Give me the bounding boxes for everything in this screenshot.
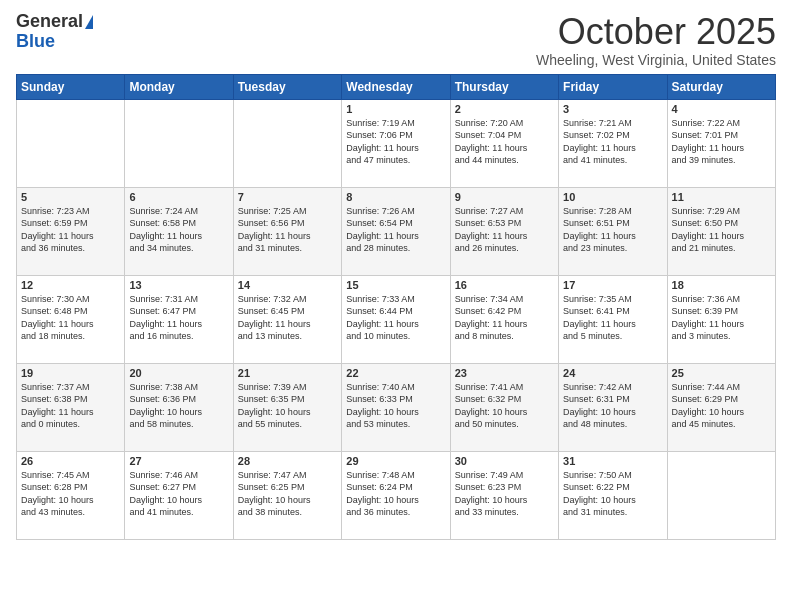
day-detail: Sunrise: 7:41 AM Sunset: 6:32 PM Dayligh… <box>455 381 554 431</box>
day-cell: 29Sunrise: 7:48 AM Sunset: 6:24 PM Dayli… <box>342 451 450 539</box>
day-cell: 3Sunrise: 7:21 AM Sunset: 7:02 PM Daylig… <box>559 99 667 187</box>
col-header-wednesday: Wednesday <box>342 74 450 99</box>
day-detail: Sunrise: 7:37 AM Sunset: 6:38 PM Dayligh… <box>21 381 120 431</box>
day-detail: Sunrise: 7:20 AM Sunset: 7:04 PM Dayligh… <box>455 117 554 167</box>
day-detail: Sunrise: 7:50 AM Sunset: 6:22 PM Dayligh… <box>563 469 662 519</box>
logo-blue: Blue <box>16 32 55 52</box>
day-cell: 30Sunrise: 7:49 AM Sunset: 6:23 PM Dayli… <box>450 451 558 539</box>
calendar: SundayMondayTuesdayWednesdayThursdayFrid… <box>16 74 776 540</box>
day-detail: Sunrise: 7:32 AM Sunset: 6:45 PM Dayligh… <box>238 293 337 343</box>
day-number: 23 <box>455 367 554 379</box>
day-number: 11 <box>672 191 771 203</box>
day-detail: Sunrise: 7:46 AM Sunset: 6:27 PM Dayligh… <box>129 469 228 519</box>
calendar-header-row: SundayMondayTuesdayWednesdayThursdayFrid… <box>17 74 776 99</box>
logo-general: General <box>16 12 83 32</box>
header: General Blue October 2025 Wheeling, West… <box>16 12 776 68</box>
day-detail: Sunrise: 7:49 AM Sunset: 6:23 PM Dayligh… <box>455 469 554 519</box>
day-detail: Sunrise: 7:26 AM Sunset: 6:54 PM Dayligh… <box>346 205 445 255</box>
day-cell: 12Sunrise: 7:30 AM Sunset: 6:48 PM Dayli… <box>17 275 125 363</box>
day-detail: Sunrise: 7:42 AM Sunset: 6:31 PM Dayligh… <box>563 381 662 431</box>
day-number: 18 <box>672 279 771 291</box>
day-detail: Sunrise: 7:23 AM Sunset: 6:59 PM Dayligh… <box>21 205 120 255</box>
day-number: 29 <box>346 455 445 467</box>
day-number: 15 <box>346 279 445 291</box>
day-cell: 14Sunrise: 7:32 AM Sunset: 6:45 PM Dayli… <box>233 275 341 363</box>
day-number: 6 <box>129 191 228 203</box>
col-header-saturday: Saturday <box>667 74 775 99</box>
day-cell: 13Sunrise: 7:31 AM Sunset: 6:47 PM Dayli… <box>125 275 233 363</box>
col-header-friday: Friday <box>559 74 667 99</box>
day-cell: 1Sunrise: 7:19 AM Sunset: 7:06 PM Daylig… <box>342 99 450 187</box>
month-title: October 2025 <box>536 12 776 52</box>
day-cell: 15Sunrise: 7:33 AM Sunset: 6:44 PM Dayli… <box>342 275 450 363</box>
day-detail: Sunrise: 7:47 AM Sunset: 6:25 PM Dayligh… <box>238 469 337 519</box>
day-cell <box>667 451 775 539</box>
day-detail: Sunrise: 7:29 AM Sunset: 6:50 PM Dayligh… <box>672 205 771 255</box>
day-cell: 4Sunrise: 7:22 AM Sunset: 7:01 PM Daylig… <box>667 99 775 187</box>
logo: General Blue <box>16 12 93 52</box>
day-number: 1 <box>346 103 445 115</box>
day-cell: 7Sunrise: 7:25 AM Sunset: 6:56 PM Daylig… <box>233 187 341 275</box>
day-detail: Sunrise: 7:40 AM Sunset: 6:33 PM Dayligh… <box>346 381 445 431</box>
day-detail: Sunrise: 7:36 AM Sunset: 6:39 PM Dayligh… <box>672 293 771 343</box>
day-number: 12 <box>21 279 120 291</box>
day-number: 13 <box>129 279 228 291</box>
day-cell: 31Sunrise: 7:50 AM Sunset: 6:22 PM Dayli… <box>559 451 667 539</box>
day-cell: 25Sunrise: 7:44 AM Sunset: 6:29 PM Dayli… <box>667 363 775 451</box>
day-number: 5 <box>21 191 120 203</box>
day-cell: 2Sunrise: 7:20 AM Sunset: 7:04 PM Daylig… <box>450 99 558 187</box>
day-detail: Sunrise: 7:31 AM Sunset: 6:47 PM Dayligh… <box>129 293 228 343</box>
day-cell <box>233 99 341 187</box>
day-number: 10 <box>563 191 662 203</box>
week-row-3: 12Sunrise: 7:30 AM Sunset: 6:48 PM Dayli… <box>17 275 776 363</box>
day-number: 17 <box>563 279 662 291</box>
day-cell: 16Sunrise: 7:34 AM Sunset: 6:42 PM Dayli… <box>450 275 558 363</box>
location: Wheeling, West Virginia, United States <box>536 52 776 68</box>
week-row-4: 19Sunrise: 7:37 AM Sunset: 6:38 PM Dayli… <box>17 363 776 451</box>
day-cell: 10Sunrise: 7:28 AM Sunset: 6:51 PM Dayli… <box>559 187 667 275</box>
day-cell: 8Sunrise: 7:26 AM Sunset: 6:54 PM Daylig… <box>342 187 450 275</box>
day-cell: 28Sunrise: 7:47 AM Sunset: 6:25 PM Dayli… <box>233 451 341 539</box>
day-number: 30 <box>455 455 554 467</box>
day-number: 8 <box>346 191 445 203</box>
day-cell: 6Sunrise: 7:24 AM Sunset: 6:58 PM Daylig… <box>125 187 233 275</box>
day-detail: Sunrise: 7:48 AM Sunset: 6:24 PM Dayligh… <box>346 469 445 519</box>
day-cell: 27Sunrise: 7:46 AM Sunset: 6:27 PM Dayli… <box>125 451 233 539</box>
day-cell: 9Sunrise: 7:27 AM Sunset: 6:53 PM Daylig… <box>450 187 558 275</box>
day-detail: Sunrise: 7:28 AM Sunset: 6:51 PM Dayligh… <box>563 205 662 255</box>
day-number: 19 <box>21 367 120 379</box>
day-cell: 23Sunrise: 7:41 AM Sunset: 6:32 PM Dayli… <box>450 363 558 451</box>
day-number: 26 <box>21 455 120 467</box>
day-detail: Sunrise: 7:38 AM Sunset: 6:36 PM Dayligh… <box>129 381 228 431</box>
day-detail: Sunrise: 7:35 AM Sunset: 6:41 PM Dayligh… <box>563 293 662 343</box>
day-number: 24 <box>563 367 662 379</box>
page: General Blue October 2025 Wheeling, West… <box>0 0 792 612</box>
day-number: 28 <box>238 455 337 467</box>
logo-icon <box>85 15 93 29</box>
week-row-1: 1Sunrise: 7:19 AM Sunset: 7:06 PM Daylig… <box>17 99 776 187</box>
day-number: 22 <box>346 367 445 379</box>
day-cell: 21Sunrise: 7:39 AM Sunset: 6:35 PM Dayli… <box>233 363 341 451</box>
day-detail: Sunrise: 7:45 AM Sunset: 6:28 PM Dayligh… <box>21 469 120 519</box>
day-detail: Sunrise: 7:22 AM Sunset: 7:01 PM Dayligh… <box>672 117 771 167</box>
day-cell: 11Sunrise: 7:29 AM Sunset: 6:50 PM Dayli… <box>667 187 775 275</box>
day-detail: Sunrise: 7:44 AM Sunset: 6:29 PM Dayligh… <box>672 381 771 431</box>
col-header-tuesday: Tuesday <box>233 74 341 99</box>
day-cell: 18Sunrise: 7:36 AM Sunset: 6:39 PM Dayli… <box>667 275 775 363</box>
day-number: 20 <box>129 367 228 379</box>
day-cell: 22Sunrise: 7:40 AM Sunset: 6:33 PM Dayli… <box>342 363 450 451</box>
day-cell: 17Sunrise: 7:35 AM Sunset: 6:41 PM Dayli… <box>559 275 667 363</box>
day-detail: Sunrise: 7:25 AM Sunset: 6:56 PM Dayligh… <box>238 205 337 255</box>
day-number: 27 <box>129 455 228 467</box>
day-number: 9 <box>455 191 554 203</box>
day-cell <box>125 99 233 187</box>
day-cell <box>17 99 125 187</box>
day-detail: Sunrise: 7:30 AM Sunset: 6:48 PM Dayligh… <box>21 293 120 343</box>
day-number: 3 <box>563 103 662 115</box>
day-detail: Sunrise: 7:39 AM Sunset: 6:35 PM Dayligh… <box>238 381 337 431</box>
day-cell: 24Sunrise: 7:42 AM Sunset: 6:31 PM Dayli… <box>559 363 667 451</box>
title-area: October 2025 Wheeling, West Virginia, Un… <box>536 12 776 68</box>
day-detail: Sunrise: 7:24 AM Sunset: 6:58 PM Dayligh… <box>129 205 228 255</box>
day-detail: Sunrise: 7:19 AM Sunset: 7:06 PM Dayligh… <box>346 117 445 167</box>
day-detail: Sunrise: 7:21 AM Sunset: 7:02 PM Dayligh… <box>563 117 662 167</box>
